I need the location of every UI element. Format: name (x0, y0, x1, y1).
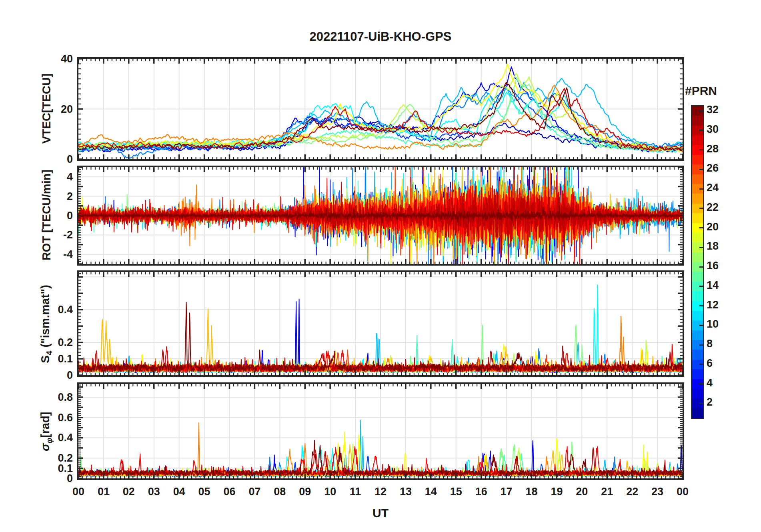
s4-ytick-label: 0.4 (29, 304, 73, 315)
colorbar-block-prn-23 (692, 194, 703, 204)
x-tick-label: 12 (366, 486, 395, 498)
colorbar-block-prn-7 (692, 350, 703, 360)
colorbar-tick (699, 247, 703, 248)
x-tick-label: 01 (90, 486, 118, 498)
sigma-phi-panel (77, 382, 684, 480)
x-tick-label: 16 (467, 486, 495, 498)
colorbar-tick-label: 30 (707, 124, 719, 135)
colorbar-tick-label: 2 (707, 397, 713, 408)
x-tick-label: 10 (316, 486, 344, 498)
s4-ytick-label: 0.2 (29, 337, 73, 348)
colorbar-block-prn-25 (692, 174, 703, 184)
colorbar-tick (699, 403, 703, 404)
sigma_phi-ytick-label: 0.4 (29, 432, 73, 443)
colorbar-tick-label: 26 (707, 163, 719, 174)
colorbar-block-prn-21 (692, 213, 703, 223)
colorbar-tick (699, 344, 703, 346)
vtec-panel (77, 57, 684, 161)
vtec-ytick-label: 20 (29, 104, 73, 115)
rot-plot-canvas (78, 167, 683, 264)
colorbar-tick-label: 4 (707, 378, 713, 388)
colorbar-block-prn-27 (692, 155, 703, 165)
colorbar-tick-label: 12 (707, 300, 719, 310)
x-tick-label: 07 (240, 486, 268, 498)
sigma_phi-ytick-label: 0 (29, 473, 73, 484)
colorbar-block-prn-17 (692, 252, 703, 262)
vtec-ytick-label: 0 (29, 154, 73, 165)
sigma_phi-ytick-label: 0.1 (29, 463, 73, 474)
x-tick-label: 05 (190, 486, 218, 498)
colorbar-block-prn-3 (692, 389, 703, 399)
gps-scintillation-figure: 20221107-UiB-KHO-GPS VTEC[TECU] ROT [TEC… (0, 0, 761, 532)
colorbar-tick-label: 20 (707, 222, 719, 232)
x-tick-label: 20 (568, 486, 596, 498)
colorbar-tick-label: 28 (707, 144, 719, 154)
colorbar-block-prn-29 (692, 135, 703, 145)
colorbar-block-prn-15 (692, 272, 703, 282)
colorbar-tick-label: 6 (707, 358, 713, 369)
x-tick-label: 02 (115, 486, 143, 498)
x-tick-label: 00 (64, 486, 92, 498)
colorbar-tick-label: 32 (707, 104, 719, 115)
x-tick-label: 22 (618, 486, 646, 498)
x-axis-label: UT (77, 506, 684, 520)
sigma_phi-ytick-label: 0.6 (29, 412, 73, 423)
x-tick-label: 03 (140, 486, 168, 498)
colorbar-tick (699, 208, 703, 209)
chart-title: 20221107-UiB-KHO-GPS (77, 30, 684, 44)
colorbar-tick (699, 305, 703, 306)
colorbar-block-prn-11 (692, 311, 703, 321)
s4-panel (77, 270, 684, 377)
x-tick-label: 14 (417, 486, 445, 498)
x-tick-label: 21 (593, 486, 621, 498)
x-tick-label: 08 (266, 486, 294, 498)
vtec-plot-canvas (78, 59, 683, 159)
colorbar-tick (699, 364, 703, 365)
rot-ytick-label: -4 (29, 249, 73, 260)
colorbar-tick (699, 383, 703, 384)
rot-ytick-label: 0 (29, 210, 73, 221)
colorbar-block-prn-5 (692, 369, 703, 379)
x-tick-label: 04 (165, 486, 193, 498)
x-tick-label: 23 (643, 486, 671, 498)
axis-label-part: σ (39, 444, 52, 451)
sigma_phi-ytick-label: 0.2 (29, 453, 73, 464)
colorbar-tick (699, 149, 703, 150)
rot-panel (77, 166, 684, 266)
sigma_phi-ytick-label: 0.8 (29, 392, 73, 403)
colorbar-tick (699, 130, 703, 131)
rot-ytick-label: 4 (29, 172, 73, 182)
colorbar-tick (699, 227, 703, 228)
colorbar-tick-label: 14 (707, 280, 719, 291)
colorbar-block-prn-9 (692, 330, 703, 340)
vtec-ytick-label: 40 (29, 54, 73, 64)
colorbar-tick (699, 188, 703, 190)
colorbar-tick-label: 22 (707, 202, 719, 213)
colorbar-title: #PRN (685, 84, 717, 98)
colorbar-tick-label: 24 (707, 182, 719, 193)
x-tick-label: 19 (543, 486, 571, 498)
colorbar-tick-label: 18 (707, 241, 719, 252)
x-tick-label: 06 (216, 486, 244, 498)
s4-ytick-label: 0.1 (29, 354, 73, 364)
x-tick-label: 18 (518, 486, 546, 498)
colorbar-tick (699, 266, 703, 268)
sigma-phi-plot-canvas (78, 384, 683, 478)
colorbar-block-prn-13 (692, 291, 703, 301)
colorbar-tick-label: 10 (707, 319, 719, 330)
colorbar-tick (699, 325, 703, 326)
x-tick-label: 09 (291, 486, 319, 498)
colorbar-block-prn-19 (692, 233, 703, 243)
colorbar-tick-label: 8 (707, 338, 713, 349)
s4-ytick-label: 0 (29, 370, 73, 381)
prn-colorbar (691, 105, 704, 419)
colorbar-tick (699, 286, 703, 287)
x-tick-label: 00 (669, 486, 697, 498)
x-tick-label: 11 (341, 486, 369, 498)
x-tick-label: 13 (392, 486, 420, 498)
colorbar-tick (699, 169, 703, 170)
x-tick-label: 17 (493, 486, 521, 498)
x-tick-label: 15 (442, 486, 470, 498)
colorbar-block-prn-31 (692, 116, 703, 126)
colorbar-block-prn-1 (692, 408, 703, 418)
